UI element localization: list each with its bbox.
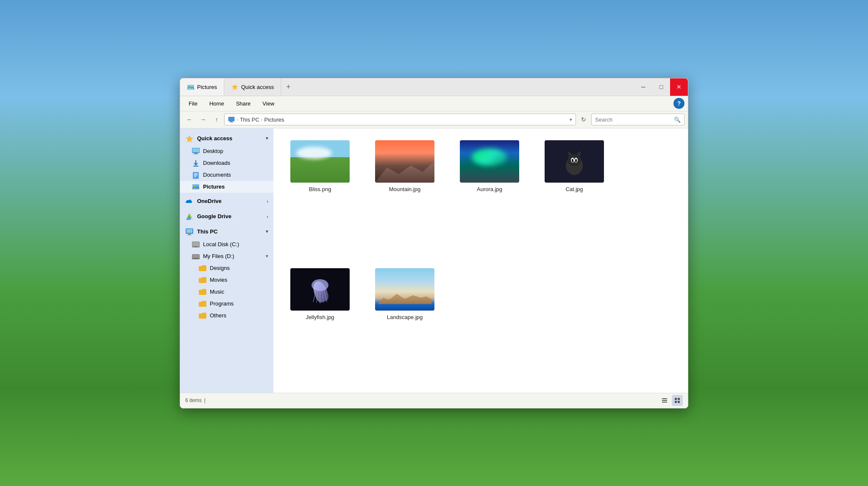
sidebar-header-googledrive[interactable]: Google Drive › [180, 210, 273, 223]
sidebar-header-quick-access[interactable]: Quick access ▾ [180, 132, 273, 145]
menu-file[interactable]: File [184, 99, 203, 108]
svg-rect-22 [186, 229, 192, 233]
thispc-chevron: ▾ [266, 229, 268, 234]
back-button[interactable]: ← [184, 114, 195, 125]
sidebar-item-pictures[interactable]: Pictures [180, 181, 273, 193]
svg-marker-2 [231, 84, 238, 90]
svg-rect-48 [675, 398, 677, 400]
file-explorer-window: Pictures Quick access + ─ □ ✕ File Home … [180, 78, 688, 408]
svg-point-39 [312, 279, 328, 291]
help-button[interactable]: ? [673, 98, 684, 109]
svg-rect-4 [230, 121, 233, 122]
status-bar: 6 items | [180, 393, 688, 408]
file-name-mountain: Mountain.jpg [389, 186, 420, 192]
svg-line-41 [317, 291, 318, 303]
quick-access-chevron: ▾ [266, 136, 268, 141]
thispc-icon [185, 228, 194, 236]
sidebar-item-programs[interactable]: Programs [180, 298, 273, 310]
svg-rect-3 [228, 117, 234, 121]
sidebar-section-onedrive: OneDrive › [180, 194, 273, 208]
search-input[interactable] [595, 117, 672, 123]
tab-quick-access[interactable]: Quick access [224, 78, 281, 96]
sidebar-header-thispc[interactable]: This PC ▾ [180, 225, 273, 239]
svg-rect-29 [192, 255, 199, 258]
svg-rect-9 [193, 154, 198, 155]
minimize-button[interactable]: ─ [634, 78, 652, 96]
menu-home[interactable]: Home [204, 99, 229, 108]
sidebar-item-movies[interactable]: Movies [180, 274, 273, 286]
menu-view[interactable]: View [257, 99, 279, 108]
file-item-mountain[interactable]: Mountain.jpg [367, 137, 443, 256]
sidebar-programs-label: Programs [210, 300, 234, 307]
googledrive-chevron: › [267, 214, 268, 219]
sidebar-item-others[interactable]: Others [180, 310, 273, 322]
pictures-sidebar-icon [192, 183, 200, 191]
menu-share[interactable]: Share [231, 99, 256, 108]
programs-folder-icon [199, 300, 206, 308]
search-bar[interactable]: 🔍 [591, 114, 684, 125]
sidebar-item-music[interactable]: Music [180, 286, 273, 298]
sidebar-item-desktop[interactable]: Desktop [180, 145, 273, 157]
up-button[interactable]: ↑ [211, 114, 223, 125]
main-content: Quick access ▾ Desktop [180, 128, 688, 393]
googledrive-icon [185, 212, 194, 221]
file-item-cat[interactable]: Cat.jpg [536, 137, 612, 256]
file-thumb-bliss [290, 140, 350, 183]
svg-rect-47 [662, 402, 667, 403]
svg-rect-45 [662, 398, 667, 399]
sidebar-desktop-label: Desktop [203, 148, 223, 154]
file-name-jellyfish: Jellyfish.jpg [306, 314, 334, 320]
svg-marker-6 [186, 135, 193, 142]
sidebar-localc-label: Local Disk (C:) [203, 241, 239, 247]
close-button[interactable]: ✕ [670, 78, 688, 96]
breadcrumb-pictures[interactable]: Pictures [264, 117, 284, 123]
breadcrumb-dropdown[interactable]: ▾ [570, 117, 572, 122]
svg-line-40 [313, 291, 316, 302]
grid-view-button[interactable] [672, 395, 683, 406]
svg-line-43 [322, 291, 323, 303]
sidebar-item-downloads[interactable]: Downloads [180, 157, 273, 169]
sidebar-section-thispc: This PC ▾ Local Disk (C:) [180, 225, 273, 322]
svg-marker-19 [186, 218, 191, 220]
documents-icon [192, 171, 200, 179]
svg-rect-49 [678, 398, 680, 400]
sidebar-movies-label: Movies [210, 277, 227, 283]
file-item-aurora[interactable]: Aurora.jpg [451, 137, 528, 256]
file-item-jellyfish[interactable]: Jellyfish.jpg [282, 265, 358, 384]
tab-pictures[interactable]: Pictures [180, 78, 224, 96]
sidebar-documents-label: Documents [203, 172, 231, 178]
desktop-icon [192, 147, 200, 155]
downloads-icon [192, 159, 200, 167]
title-bar: Pictures Quick access + ─ □ ✕ [180, 78, 688, 96]
maximize-button[interactable]: □ [652, 78, 670, 96]
items-count: 6 items [185, 397, 202, 403]
svg-rect-8 [194, 153, 198, 154]
svg-rect-46 [662, 400, 667, 401]
sidebar-item-designs[interactable]: Designs [180, 262, 273, 274]
sidebar-item-localc[interactable]: Local Disk (C:) [180, 239, 273, 250]
svg-rect-26 [192, 242, 199, 246]
svg-rect-10 [192, 148, 199, 152]
tab-pictures-label: Pictures [197, 84, 217, 90]
sidebar-header-onedrive[interactable]: OneDrive › [180, 194, 273, 208]
breadcrumb-this-pc[interactable]: This PC [240, 117, 259, 123]
refresh-button[interactable]: ↻ [578, 114, 590, 125]
list-view-button[interactable] [659, 395, 670, 406]
svg-rect-27 [195, 246, 197, 247]
myfilesd-icon [192, 253, 200, 260]
sidebar-section-googledrive: Google Drive › [180, 210, 273, 223]
file-item-bliss[interactable]: Bliss.png [282, 137, 358, 256]
sidebar-designs-label: Designs [210, 265, 230, 271]
file-area: Bliss.png Mountain.jpg Aur [273, 128, 688, 393]
forward-button[interactable]: → [197, 114, 209, 125]
sidebar-item-documents[interactable]: Documents [180, 169, 273, 181]
add-tab-button[interactable]: + [281, 78, 296, 96]
sidebar-item-myfilesd[interactable]: My Files (D:) ▾ [180, 250, 273, 262]
file-thumb-cat [545, 140, 604, 183]
file-thumb-jellyfish [290, 268, 350, 311]
file-name-bliss: Bliss.png [309, 186, 331, 192]
designs-folder-icon [199, 264, 206, 272]
cat-svg [562, 147, 587, 176]
file-item-landscape[interactable]: Landscape.jpg [367, 265, 443, 384]
others-folder-icon [199, 312, 206, 319]
